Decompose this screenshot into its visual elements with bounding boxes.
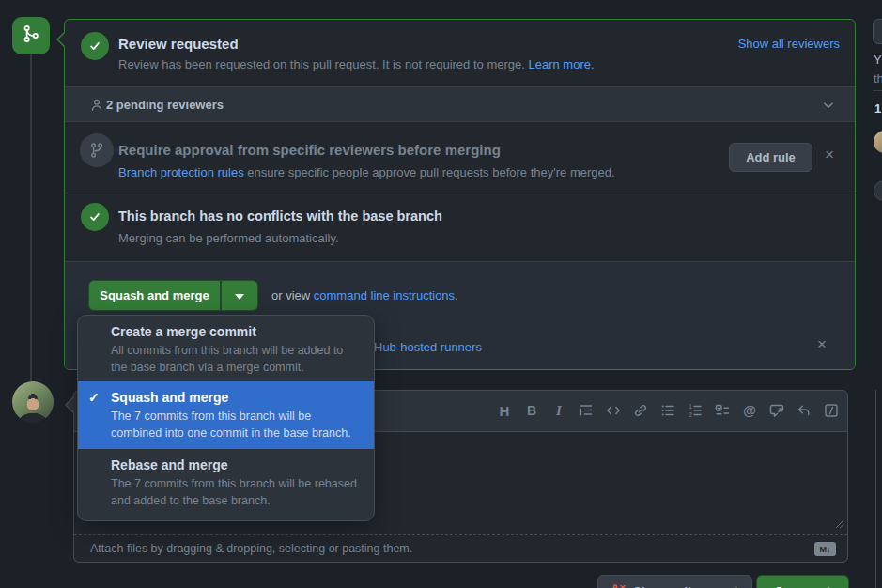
slash-command-icon[interactable] (824, 403, 839, 418)
right-rail-divider (873, 90, 882, 91)
merge-method-dropdown: Create a merge commit All commits from t… (77, 315, 375, 521)
svg-text:1: 1 (689, 403, 692, 410)
cli-hint: or view command line instructions. (271, 288, 458, 302)
pending-reviewers-row[interactable]: 2 pending reviewers (65, 86, 855, 122)
add-rule-label: Add rule (746, 150, 796, 164)
menu-item-title: Create a merge commit (111, 324, 359, 339)
resize-handle[interactable] (835, 516, 844, 533)
bold-icon[interactable]: B (524, 403, 539, 418)
right-rail-text-2: th (874, 71, 882, 85)
menu-item-rebase-and-merge[interactable]: Rebase and merge The 7 commits from this… (78, 449, 374, 520)
merge-options-caret-button[interactable] (221, 280, 258, 311)
git-branch-icon (80, 133, 114, 167)
menu-item-desc: The 7 commits from this branch will be r… (111, 475, 363, 509)
squash-merge-label: Squash and merge (100, 288, 209, 302)
attach-files-bar[interactable]: Attach files by dragging & dropping, sel… (74, 534, 847, 562)
close-pr-label: Close pull request (633, 584, 739, 588)
markdown-toolbar: H B I 12 @ (497, 403, 839, 418)
right-rail-box-sliver (873, 19, 882, 44)
add-rule-button[interactable]: Add rule (729, 143, 812, 172)
runners-close-icon[interactable]: × (817, 337, 827, 352)
menu-item-create-merge-commit[interactable]: Create a merge commit All commits from t… (78, 316, 374, 381)
svg-text:2: 2 (689, 411, 692, 418)
box-caret-fill (58, 31, 67, 48)
show-all-reviewers-link[interactable]: Show all reviewers (738, 37, 840, 51)
review-check-icon (81, 32, 109, 60)
person-icon (89, 98, 104, 116)
menu-item-desc: All commits from this branch will be add… (111, 342, 363, 376)
mention-icon[interactable]: @ (742, 403, 757, 418)
git-merge-badge (12, 17, 50, 54)
dropdown-caret-icon (235, 288, 244, 302)
right-rail-reaction-icon[interactable] (874, 180, 882, 201)
heading-icon[interactable]: H (497, 403, 512, 418)
git-merge-icon (22, 24, 40, 47)
tasklist-icon[interactable] (715, 403, 730, 418)
no-conflicts-title: This branch has no conflicts with the ba… (118, 209, 442, 224)
menu-item-title: Rebase and merge (111, 457, 359, 472)
markdown-icon: M↓ (814, 542, 836, 556)
comment-button[interactable]: Comment (756, 575, 849, 588)
italic-icon[interactable]: I (551, 403, 566, 418)
branch-protection-rules-link[interactable]: Branch protection rules (118, 165, 244, 179)
timeline-line (30, 54, 32, 381)
menu-item-desc: The 7 commits from this branch will be c… (111, 408, 363, 441)
chevron-down-icon[interactable] (821, 98, 836, 116)
reply-icon[interactable] (797, 403, 812, 418)
pr-closed-icon (611, 583, 627, 588)
command-line-instructions-link[interactable]: command line instructions (314, 288, 455, 302)
review-requested-title: Review requested (118, 36, 239, 52)
menu-item-squash-and-merge[interactable]: ✓ Squash and merge The 7 commits from th… (78, 381, 374, 449)
right-rail-text-1: Y (874, 53, 882, 67)
squash-and-merge-button[interactable]: Squash and merge (88, 280, 221, 311)
protection-title: Require approval from specific reviewers… (118, 142, 501, 158)
code-icon[interactable] (606, 403, 621, 418)
protection-body: Branch protection rules ensure specific … (118, 165, 615, 179)
learn-more-link[interactable]: Learn more. (528, 57, 594, 71)
right-rail-border (875, 390, 876, 588)
menu-item-title: Squash and merge (111, 390, 359, 405)
review-requested-body: Review has been requested on this pull r… (118, 57, 595, 71)
protection-close-icon[interactable]: × (825, 147, 834, 162)
conflicts-check-icon (81, 203, 109, 231)
cross-reference-icon[interactable] (769, 403, 784, 418)
comment-caret-fill (67, 396, 75, 413)
close-pull-request-button[interactable]: Close pull request (597, 575, 752, 588)
pr-merge-screen: Review requested Review has been request… (0, 0, 882, 588)
selected-check-icon: ✓ (88, 390, 100, 405)
hosted-runners-link[interactable]: Hub-hosted runners (374, 340, 482, 354)
link-icon[interactable] (633, 403, 648, 418)
pending-reviewers-label: 2 pending reviewers (106, 98, 224, 112)
unordered-list-icon[interactable] (660, 403, 675, 418)
no-conflicts-body: Merging can be performed automatically. (118, 231, 339, 245)
user-avatar (12, 381, 54, 423)
right-rail-avatar (874, 131, 882, 153)
merge-button-group: Squash and merge or view command line in… (88, 280, 458, 311)
right-rail-count: 1 (874, 101, 881, 116)
quote-icon[interactable] (579, 403, 594, 418)
ordered-list-icon[interactable]: 12 (688, 403, 703, 418)
section-divider (65, 193, 855, 193)
attach-files-hint: Attach files by dragging & dropping, sel… (90, 542, 412, 555)
comment-label: Comment (775, 584, 831, 588)
